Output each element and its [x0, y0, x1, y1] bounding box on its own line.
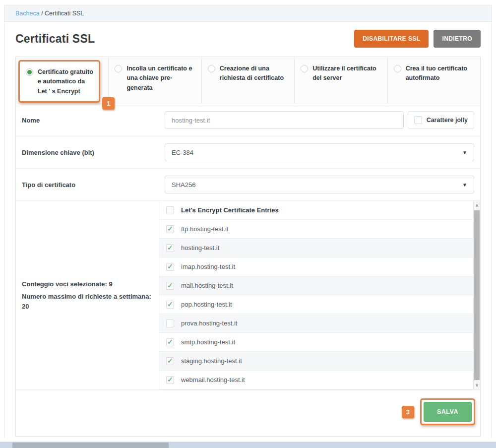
weekly-request-limit: Numero massimo di richieste a settimana:… [22, 292, 153, 311]
scrollbar-thumb[interactable] [474, 210, 480, 380]
key-size-label: Dimensione chiave (bit) [22, 149, 165, 156]
cert-type-value: SHA256 [172, 181, 195, 189]
radio-icon[interactable] [208, 65, 215, 72]
list-scrollbar[interactable] [473, 201, 480, 389]
cert-type-select[interactable]: SHA256 [165, 176, 474, 193]
list-item[interactable]: pop.hosting-test.it [159, 295, 473, 314]
wildcard-checkbox-icon[interactable] [414, 116, 422, 124]
entry-checkbox[interactable] [166, 357, 174, 365]
breadcrumb-link-dashboard[interactable]: Bacheca [15, 10, 40, 17]
breadcrumb-separator: / [40, 10, 45, 17]
cert-type-label: Tipo di certificato [22, 181, 165, 189]
list-item[interactable]: prova.hosting-test.it [159, 314, 473, 333]
option-self-signed[interactable]: Crea il tuo certificato autofirmato [388, 57, 480, 104]
radio-icon[interactable] [115, 65, 122, 72]
option-paste-certificate[interactable]: Incolla un certificato e una chiave pre-… [109, 57, 201, 104]
list-item[interactable]: ftp.hosting-test.it [159, 220, 473, 239]
option-label: Creazione di una richiesta di certificat… [220, 64, 288, 83]
list-item[interactable]: hosting-test.it [159, 239, 473, 257]
list-item[interactable]: imap.hosting-test.it [159, 257, 473, 276]
entry-label: ftp.hosting-test.it [181, 225, 228, 233]
save-button[interactable]: SALVA [424, 402, 472, 422]
name-label: Nome [22, 117, 165, 124]
cert-type-field-row: Tipo di certificato SHA256 [16, 169, 480, 201]
step1-badge: 1 [102, 97, 115, 110]
list-item[interactable]: webmail.hosting-test.it [159, 371, 473, 389]
chevron-down-icon [462, 150, 467, 155]
page-title: Certificati SSL [15, 32, 95, 46]
entries-row: Conteggio voci selezionate: 9 Numero mas… [16, 201, 480, 390]
entry-label: staging.hosting-test.it [181, 357, 242, 365]
certificate-entries-list: Let's Encrypt Certificate Entries ftp.ho… [159, 201, 473, 389]
header-buttons: DISABILITARE SSL INDIETRO [354, 30, 481, 48]
name-input[interactable] [165, 111, 404, 129]
radio-icon[interactable] [394, 65, 401, 72]
wildcard-toggle[interactable]: Carattere jolly [408, 111, 474, 129]
ssl-form: Certificato gratuito e automatico da Let… [15, 57, 481, 437]
list-item[interactable]: mail.hosting-test.it [159, 276, 473, 295]
entry-label: pop.hosting-test.it [181, 301, 232, 308]
entry-checkbox[interactable] [166, 244, 174, 252]
save-row: 3 SALVA [16, 390, 480, 436]
certificate-type-options: Certificato gratuito e automatico da Let… [16, 57, 480, 104]
select-all-checkbox-icon[interactable] [166, 206, 174, 214]
option-label: Utilizzare il certificato del server [312, 64, 381, 83]
entry-checkbox[interactable] [166, 225, 174, 233]
entry-label: prova.hosting-test.it [181, 320, 237, 327]
radio-icon[interactable] [301, 65, 308, 72]
key-size-field-row: Dimensione chiave (bit) EC-384 [16, 136, 480, 169]
option-label: Incolla un certificato e una chiave pre-… [126, 64, 195, 93]
step3-highlight-box: SALVA [420, 398, 475, 425]
page-header: Certificati SSL DISABILITARE SSL INDIETR… [4, 22, 492, 55]
selection-info: Conteggio voci selezionate: 9 Numero mas… [16, 201, 159, 389]
entries-header-label: Let's Encrypt Certificate Entries [181, 206, 279, 214]
name-field-row: Nome Carattere jolly [16, 104, 480, 136]
scroll-down-icon[interactable] [474, 381, 480, 389]
entry-label: imap.hosting-test.it [181, 263, 235, 270]
entry-checkbox[interactable] [166, 282, 174, 290]
disable-ssl-button[interactable]: DISABILITARE SSL [354, 30, 429, 48]
option-lets-encrypt[interactable]: Certificato gratuito e automatico da Let… [16, 57, 109, 104]
horizontal-scrollbar-thumb[interactable] [12, 443, 169, 448]
step1-highlight-box: Certificato gratuito e automatico da Let… [18, 60, 100, 103]
option-certificate-request[interactable]: Creazione di una richiesta di certificat… [202, 57, 295, 104]
list-item[interactable]: staging.hosting-test.it [159, 352, 473, 371]
selection-count: Conteggio voci selezionate: 9 [22, 279, 153, 289]
entry-checkbox[interactable] [166, 263, 174, 271]
entry-checkbox[interactable] [166, 301, 174, 309]
key-size-value: EC-384 [172, 149, 193, 156]
option-label: Crea il tuo certificato autofirmato [406, 64, 474, 83]
chevron-down-icon [462, 182, 467, 188]
entry-label: webmail.hosting-test.it [181, 376, 245, 384]
breadcrumb-current: Certificati SSL [45, 10, 84, 17]
entry-checkbox[interactable] [166, 376, 174, 384]
horizontal-scrollbar[interactable] [0, 442, 496, 448]
wildcard-label: Carattere jolly [427, 117, 468, 124]
entry-label: smtp.hosting-test.it [181, 338, 235, 346]
option-label: Certificato gratuito e automatico da Let… [38, 67, 94, 96]
option-server-certificate[interactable]: Utilizzare il certificato del server [295, 57, 387, 104]
breadcrumb: Bacheca / Certificati SSL [4, 5, 492, 22]
step3-badge: 3 [402, 406, 414, 418]
list-item[interactable]: smtp.hosting-test.it [159, 333, 473, 352]
entries-header-row: Let's Encrypt Certificate Entries [159, 201, 473, 220]
entry-checkbox[interactable] [166, 320, 174, 327]
key-size-select[interactable]: EC-384 [165, 143, 474, 161]
ssl-certificates-page: Bacheca / Certificati SSL Certificati SS… [4, 5, 492, 438]
entries-scroll-area: Let's Encrypt Certificate Entries ftp.ho… [159, 201, 480, 389]
back-button[interactable]: INDIETRO [434, 30, 481, 48]
scroll-up-icon[interactable] [474, 201, 480, 210]
entry-label: hosting-test.it [181, 244, 219, 252]
entry-checkbox[interactable] [166, 338, 174, 346]
entry-label: mail.hosting-test.it [181, 282, 233, 289]
radio-selected-icon[interactable] [26, 68, 33, 76]
